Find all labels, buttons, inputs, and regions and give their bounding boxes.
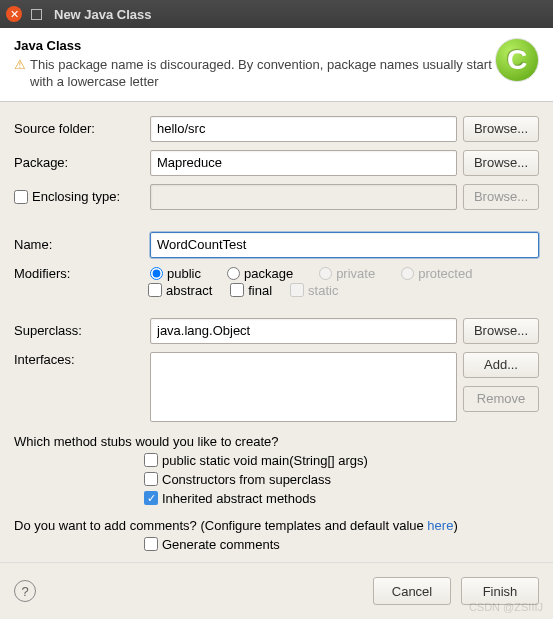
cancel-button[interactable]: Cancel xyxy=(373,577,451,605)
modifier-private-radio: private xyxy=(319,266,375,281)
close-icon[interactable]: ✕ xyxy=(6,6,22,22)
titlebar: ✕ New Java Class xyxy=(0,0,553,28)
window-title: New Java Class xyxy=(54,7,152,22)
warning-icon: ⚠ xyxy=(14,57,26,74)
label-superclass: Superclass: xyxy=(14,323,144,338)
stubs-question: Which method stubs would you like to cre… xyxy=(14,434,539,449)
label-name: Name: xyxy=(14,237,144,252)
label-interfaces: Interfaces: xyxy=(14,352,144,367)
remove-interface-button: Remove xyxy=(463,386,539,412)
comments-question: Do you want to add comments? (Configure … xyxy=(14,518,539,533)
watermark: CSDN @ZSIIIJ xyxy=(469,601,543,613)
enclosing-type-input xyxy=(150,184,457,210)
modifier-final-checkbox[interactable]: final xyxy=(230,283,272,298)
generate-comments-checkbox[interactable]: Generate comments xyxy=(144,537,539,552)
label-package: Package: xyxy=(14,155,144,170)
enclosing-type-checkbox[interactable]: Enclosing type: xyxy=(14,189,144,204)
modifier-abstract-checkbox[interactable]: abstract xyxy=(148,283,212,298)
superclass-input[interactable] xyxy=(150,318,457,344)
browse-enclosing-button: Browse... xyxy=(463,184,539,210)
modifier-public-radio[interactable]: public xyxy=(150,266,201,281)
modifier-package-radio[interactable]: package xyxy=(227,266,293,281)
stub-inherited-checkbox[interactable]: ✓Inherited abstract methods xyxy=(144,491,539,506)
help-icon[interactable]: ? xyxy=(14,580,36,602)
label-modifiers: Modifiers: xyxy=(14,266,144,281)
browse-package-button[interactable]: Browse... xyxy=(463,150,539,176)
configure-link[interactable]: here xyxy=(427,518,453,533)
modifier-static-checkbox: static xyxy=(290,283,338,298)
add-interface-button[interactable]: Add... xyxy=(463,352,539,378)
name-input[interactable] xyxy=(150,232,539,258)
stub-main-checkbox[interactable]: public static void main(String[] args) xyxy=(144,453,539,468)
interfaces-list[interactable] xyxy=(150,352,457,422)
browse-source-button[interactable]: Browse... xyxy=(463,116,539,142)
stub-constructors-checkbox[interactable]: Constructors from superclass xyxy=(144,472,539,487)
source-folder-input[interactable] xyxy=(150,116,457,142)
label-source-folder: Source folder: xyxy=(14,121,144,136)
warning-text: This package name is discouraged. By con… xyxy=(30,57,495,91)
browse-superclass-button[interactable]: Browse... xyxy=(463,318,539,344)
package-input[interactable] xyxy=(150,150,457,176)
modifier-protected-radio: protected xyxy=(401,266,472,281)
class-icon: C xyxy=(495,38,539,82)
dialog-header: Java Class ⚠ This package name is discou… xyxy=(0,28,553,102)
maximize-icon[interactable] xyxy=(28,6,44,22)
page-title: Java Class xyxy=(14,38,495,53)
